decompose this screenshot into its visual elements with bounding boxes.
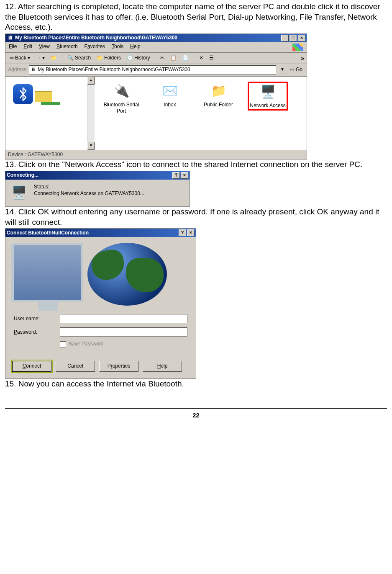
globe-icon xyxy=(87,243,167,306)
status-text: Connecting Network Access on GATEWAY5300… xyxy=(34,190,144,197)
close-button[interactable]: × xyxy=(187,229,195,236)
step-13-text: 13. Click on the "Network Access" icon t… xyxy=(5,160,387,170)
menu-file[interactable]: File xyxy=(9,44,17,51)
back-button[interactable]: ⇦ Back ▾ xyxy=(8,54,32,62)
windows-flag-icon xyxy=(292,44,303,51)
bluetooth-serial-port-icon[interactable]: 🔌 Bluetooth Serial Port xyxy=(103,82,140,115)
close-button[interactable]: × xyxy=(298,35,305,41)
monitor-icon xyxy=(11,243,83,302)
help-button[interactable]: ? xyxy=(179,229,186,236)
connect-dialog: Connect BluetoothNullConnection ? × User… xyxy=(5,228,196,379)
network-icon: 🖥️ xyxy=(11,184,28,201)
status-label: Status: xyxy=(34,184,144,190)
up-button[interactable]: 📁 xyxy=(49,54,59,62)
folder-icon: 📁 xyxy=(208,82,228,99)
address-label: Address xyxy=(8,67,26,73)
username-label: User name: xyxy=(14,316,60,322)
cut-icon[interactable]: ✂ xyxy=(159,54,166,62)
step-15-text: 15. Now you can access the Internet via … xyxy=(5,379,387,389)
status-bar: Device : GATEWAY5300 xyxy=(5,150,307,160)
serial-port-icon: 🔌 xyxy=(111,82,131,99)
menu-bluetooth[interactable]: Bluetooth xyxy=(56,44,78,51)
forward-button[interactable]: → ▾ xyxy=(34,54,46,62)
address-field[interactable]: 🖥 My Bluetooth Places\Entire Bluetooth N… xyxy=(29,65,276,75)
minimize-button[interactable]: _ xyxy=(281,35,289,41)
inbox-icon-item[interactable]: ✉️ Inbox xyxy=(151,82,188,108)
address-dropdown[interactable]: ▼ xyxy=(279,66,286,74)
window-title: Connecting... xyxy=(7,172,172,179)
properties-button[interactable]: Properties xyxy=(99,361,138,372)
save-password-label: Save Password xyxy=(69,341,103,347)
menu-tools[interactable]: Tools xyxy=(112,44,123,51)
scroll-up-icon[interactable]: ▲ xyxy=(87,77,95,85)
dialog-graphic xyxy=(5,237,196,311)
menu-help[interactable]: Help xyxy=(130,44,141,51)
help-button[interactable]: ? xyxy=(172,172,180,179)
go-button[interactable]: ⇨Go xyxy=(289,66,304,74)
side-panel xyxy=(5,77,87,150)
icon-label: Bluetooth Serial Port xyxy=(103,102,140,115)
inbox-icon: ✉️ xyxy=(160,82,180,99)
window-title: Connect BluetoothNullConnection xyxy=(7,230,179,237)
icon-label: Inbox xyxy=(151,102,188,108)
history-button[interactable]: 🕘History xyxy=(125,54,151,62)
toolbar-overflow[interactable]: » xyxy=(301,54,304,62)
menu-view[interactable]: View xyxy=(39,44,50,51)
page-number: 22 xyxy=(5,411,387,420)
titlebar[interactable]: Connecting... ? × xyxy=(5,171,190,180)
password-label: Password: xyxy=(14,329,60,336)
decor-yellow xyxy=(35,91,52,102)
titlebar[interactable]: 🖥 My Bluetooth Places\Entire Bluetooth N… xyxy=(5,34,307,42)
save-password-checkbox[interactable] xyxy=(60,341,66,347)
icon-label: Public Folder xyxy=(200,102,237,108)
delete-icon[interactable]: ✕ xyxy=(197,54,205,62)
copy-icon[interactable]: 📋 xyxy=(169,54,178,62)
address-value: My Bluetooth Places\Entire Bluetooth Nei… xyxy=(38,67,190,73)
toolbar: ⇦ Back ▾ → ▾ 📁 🔍Search 📁Folders 🕘History… xyxy=(5,53,307,64)
paste-icon[interactable]: 📄 xyxy=(181,54,190,62)
connect-button[interactable]: Connect xyxy=(12,361,51,372)
decor-green xyxy=(41,102,60,105)
titlebar[interactable]: Connect BluetoothNullConnection ? × xyxy=(5,229,196,237)
folders-button[interactable]: 📁Folders xyxy=(95,54,123,62)
address-bar: Address 🖥 My Bluetooth Places\Entire Blu… xyxy=(5,64,307,76)
footer-rule xyxy=(5,408,387,409)
menu-bar: File Edit View Bluetooth Favorites Tools… xyxy=(5,42,307,53)
menu-edit[interactable]: Edit xyxy=(23,44,32,51)
icon-label: Network Access xyxy=(249,103,286,109)
bluetooth-places-window: 🖥 My Bluetooth Places\Entire Bluetooth N… xyxy=(5,33,307,160)
side-scrollbar[interactable]: ▲ ▼ xyxy=(87,77,95,150)
window-title: My Bluetooth Places\Entire Bluetooth Nei… xyxy=(15,35,281,41)
scroll-down-icon[interactable]: ▼ xyxy=(87,142,95,150)
close-button[interactable]: × xyxy=(181,172,188,179)
step-14-text: 14. Click OK without entering any userna… xyxy=(5,207,387,227)
search-button[interactable]: 🔍Search xyxy=(66,54,92,62)
connecting-dialog: Connecting... ? × 🖥️ Status: Connecting … xyxy=(5,171,190,207)
network-access-icon-item[interactable]: 🖥️ Network Access xyxy=(249,82,287,110)
password-input[interactable] xyxy=(60,327,187,337)
step-12-text: 12. After searching is completed, locate… xyxy=(5,2,387,33)
window-icon: 🖥 xyxy=(7,35,13,41)
help-button[interactable]: Help xyxy=(143,361,182,372)
network-icon: 🖥️ xyxy=(258,83,278,100)
properties-icon[interactable]: ☰ xyxy=(208,54,215,62)
address-icon: 🖥 xyxy=(31,67,36,73)
public-folder-icon-item[interactable]: 📁 Public Folder xyxy=(200,82,237,108)
maximize-button[interactable]: □ xyxy=(290,35,297,41)
icon-pane: 🔌 Bluetooth Serial Port ✉️ Inbox 📁 Publi… xyxy=(95,77,307,150)
username-input[interactable] xyxy=(60,314,187,323)
menu-favorites[interactable]: Favorites xyxy=(85,44,105,51)
bluetooth-logo-icon xyxy=(13,84,33,104)
cancel-button[interactable]: Cancel xyxy=(56,361,95,372)
